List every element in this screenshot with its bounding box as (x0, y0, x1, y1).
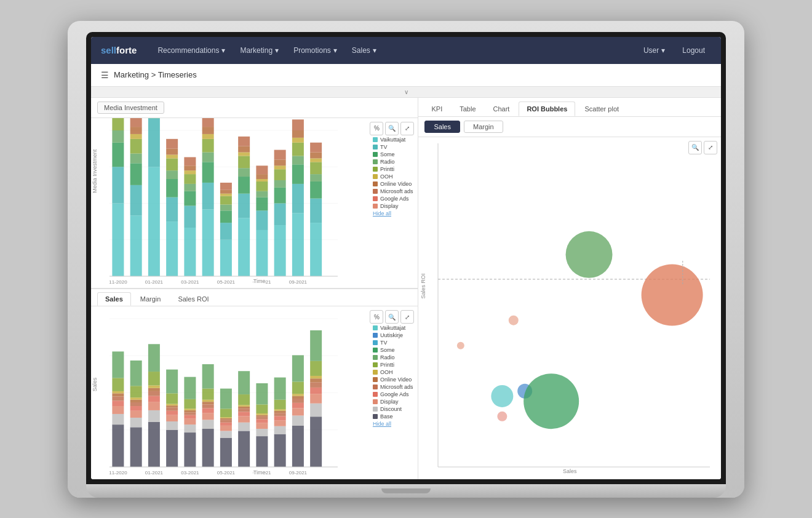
nav-marketing[interactable]: Marketing ▾ (234, 42, 285, 58)
svg-rect-202 (274, 416, 286, 420)
svg-rect-193 (256, 416, 268, 419)
nav-recommendations[interactable]: Recommendations ▾ (151, 42, 231, 58)
tab-sales-roi[interactable]: Sales ROI (170, 292, 217, 306)
svg-rect-9 (112, 118, 124, 130)
svg-rect-103 (310, 162, 322, 174)
svg-rect-126 (130, 406, 142, 411)
svg-rect-161 (202, 429, 214, 467)
svg-rect-162 (202, 420, 214, 429)
svg-rect-199 (274, 434, 286, 467)
logo-sell: sell (101, 45, 116, 55)
nav-user[interactable]: User ▾ (637, 42, 671, 58)
svg-rect-41 (184, 191, 196, 205)
roi-buttons-bar: Sales Margin (418, 117, 721, 137)
svg-rect-50 (202, 162, 214, 183)
svg-rect-62 (220, 189, 232, 193)
svg-rect-168 (202, 389, 214, 400)
roi-sales-btn[interactable]: Sales (424, 121, 460, 133)
svg-rect-72 (238, 136, 250, 146)
svg-rect-46 (184, 157, 196, 165)
svg-rect-65 (238, 218, 250, 276)
sales-percent-btn[interactable]: % (370, 310, 383, 324)
svg-rect-51 (202, 152, 214, 162)
svg-rect-22 (148, 167, 160, 276)
svg-rect-124 (130, 418, 142, 427)
tab-chart[interactable]: Chart (485, 102, 518, 116)
media-investment-legend: VaikuttajatTVSomeRadioPrinttiOOHOnline V… (373, 137, 413, 218)
tab-scatter[interactable]: Scatter plot (576, 102, 627, 116)
svg-rect-49 (202, 182, 214, 209)
roi-margin-btn[interactable]: Margin (464, 121, 503, 133)
tab-kpi[interactable]: KPI (423, 102, 450, 116)
media-investment-icon-btns: % 🔍 ⤢ (370, 122, 414, 135)
tab-margin[interactable]: Margin (132, 292, 169, 306)
nav-promotions[interactable]: Promotions ▾ (287, 42, 343, 58)
svg-rect-163 (202, 413, 214, 420)
collapse-handle[interactable]: ∨ (91, 87, 721, 98)
svg-rect-203 (274, 413, 286, 416)
svg-rect-106 (310, 142, 322, 152)
svg-rect-54 (202, 127, 214, 134)
svg-rect-44 (184, 170, 196, 174)
main-content: Media Investment % 🔍 ⤢ VaikuttajatTVSome… (91, 98, 721, 479)
svg-rect-157 (184, 408, 196, 410)
tab-sales[interactable]: Sales (97, 292, 131, 306)
svg-rect-20 (130, 127, 142, 134)
svg-rect-104 (310, 158, 322, 162)
svg-rect-216 (292, 355, 304, 381)
svg-rect-17 (130, 153, 142, 163)
sales-expand-btn[interactable]: ⤢ (400, 310, 414, 324)
nav-logout[interactable]: Logout (676, 42, 711, 58)
breadcrumb-bar: ☰ Marketing > Timeseries (91, 64, 721, 87)
svg-rect-95 (292, 137, 304, 142)
svg-rect-83 (274, 203, 286, 225)
media-investment-label: Media Investment (97, 102, 164, 114)
svg-rect-66 (238, 193, 250, 218)
svg-rect-80 (256, 165, 268, 174)
svg-rect-197 (256, 383, 268, 404)
svg-rect-139 (148, 372, 160, 385)
media-investment-section: Media Investment % 🔍 ⤢ VaikuttajatTVSome… (91, 98, 418, 289)
svg-rect-151 (184, 432, 196, 467)
breadcrumb: Marketing > Timeseries (114, 70, 197, 79)
svg-rect-55 (202, 118, 214, 127)
svg-rect-6 (112, 167, 124, 203)
expand-btn[interactable]: ⤢ (400, 122, 414, 135)
percent-btn[interactable]: % (370, 122, 383, 135)
svg-rect-105 (310, 152, 322, 158)
svg-rect-188 (238, 371, 250, 394)
svg-rect-206 (274, 400, 286, 409)
svg-rect-180 (238, 431, 250, 467)
svg-rect-85 (274, 180, 286, 187)
svg-rect-120 (112, 378, 124, 391)
svg-rect-200 (274, 426, 286, 434)
svg-rect-56 (220, 239, 232, 276)
svg-rect-136 (148, 391, 160, 396)
svg-rect-115 (112, 406, 124, 414)
svg-rect-183 (238, 412, 250, 416)
svg-rect-221 (310, 388, 322, 394)
nav-promotions-label: Promotions (293, 46, 331, 55)
zoom-btn[interactable]: 🔍 (385, 122, 399, 135)
nav-sales[interactable]: Sales ▾ (346, 42, 383, 58)
hamburger-icon[interactable]: ☰ (101, 70, 109, 80)
svg-rect-209 (292, 416, 304, 426)
svg-rect-165 (202, 404, 214, 408)
svg-rect-223 (310, 378, 322, 382)
sales-chart-area: % 🔍 ⤢ VaikuttajatUutiskirjeTVSomeRadioPr… (91, 306, 418, 479)
tab-table[interactable]: Table (452, 102, 484, 116)
svg-rect-35 (166, 158, 178, 170)
svg-rect-97 (292, 119, 304, 130)
svg-rect-132 (148, 422, 160, 467)
sales-zoom-btn[interactable]: 🔍 (385, 310, 399, 324)
svg-rect-5 (112, 203, 124, 276)
svg-rect-121 (112, 351, 124, 378)
svg-rect-137 (148, 388, 160, 391)
svg-rect-154 (184, 415, 196, 419)
nav-recommendations-arrow: ▾ (221, 46, 225, 55)
svg-rect-196 (256, 404, 268, 413)
media-investment-chart-area: % 🔍 ⤢ VaikuttajatTVSomeRadioPrinttiOOHOn… (91, 118, 418, 289)
tab-roi-bubbles[interactable]: ROI Bubbles (519, 102, 575, 116)
sales-svg: 11-202001-202103-202105-202107-202109-20… (109, 313, 338, 467)
svg-rect-201 (274, 420, 286, 426)
